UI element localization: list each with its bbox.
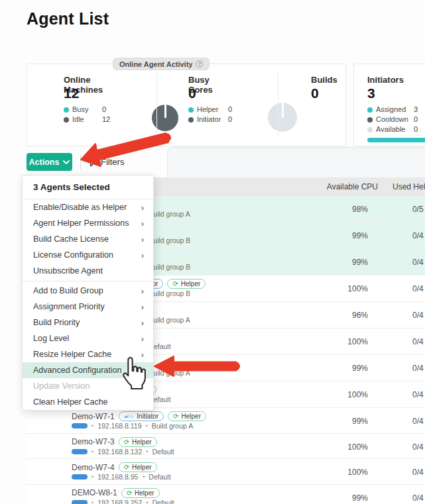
menu-item-build-cache-license[interactable]: Build Cache License› [23,231,153,247]
menu-item-advanced-configuration[interactable]: Advanced Configuration [23,362,153,378]
menu-item-log-level[interactable]: Log Level› [23,330,153,346]
legend-value: 3 [414,105,418,113]
agent-name: DEMO-W8-1 [72,488,117,497]
card-divider [278,72,278,138]
chevron-right-icon: › [141,203,144,213]
chevron-right-icon: › [141,250,144,260]
menu-item-add-to-build-group[interactable]: Add to Build Group› [23,283,153,299]
legend-value: 0 [228,105,232,113]
bullet-separator: • [91,448,93,455]
menu-item-license-configuration[interactable]: License Configuration› [23,247,153,263]
legend-item: Cooldown0 [367,115,425,125]
online-machines-donut-chart [152,105,178,131]
chevron-right-icon: › [141,302,144,312]
busy-cores-value: 0 [188,85,196,101]
legend-value: 0 [414,115,418,123]
legend-item: Assigned3 [367,105,425,115]
available-cpu-value: 100% [318,390,368,399]
used-helpers-value: 0/4 [412,284,425,293]
available-cpu-value: 96% [318,311,368,320]
help-icon[interactable]: ? [196,60,203,68]
helper-badge: ⟳Helper [168,411,206,421]
menu-item-enable-disable-as-helper[interactable]: Enable/Disable as Helper› [23,199,153,215]
helper-badge: ⟳Helper [119,437,157,447]
menu-item-unsubscribe-agent[interactable]: Unsubscribe Agent [23,263,153,279]
builds-value: 0 [311,85,319,101]
menu-item-build-priority[interactable]: Build Priority› [23,315,153,330]
teal-dot-icon [64,107,69,113]
bullet-separator: • [91,423,93,429]
menu-item-agent-helper-permissions[interactable]: Agent Helper Permissions› [23,215,153,231]
bullet-separator: • [91,474,93,480]
chevron-right-icon: › [141,234,144,244]
dark-dot-icon [188,117,194,123]
agent-name-line: Demo-W7-1≓☆Initiator⟳Helper [72,411,206,421]
menu-item-label: Resize Helper Cache [33,350,111,359]
helper-badge: ⟳Helper [167,279,206,289]
available-cpu-value: 99% [318,493,368,503]
agent-build-group: Default [152,448,174,456]
helper-recycle-icon: ⟳ [124,464,129,471]
agent-ip: 192.168.8.119 [97,422,141,430]
table-row-demo-w7-1[interactable]: Demo-W7-1≓☆Initiator⟳Helper•192.168.8.11… [27,408,425,434]
used-helpers-value: 0/4 [412,493,425,503]
column-header-available-cpu[interactable]: Available CPU [318,182,378,191]
available-cpu-value: 100% [318,337,368,346]
menu-item-label: Enable/Disable as Helper [33,203,127,212]
menu-item-label: Add to Build Group [33,286,103,295]
column-header-used-helpers[interactable]: Used Help [393,182,425,191]
online-agent-activity-tab[interactable]: Online Agent Activity ? [113,58,210,70]
available-cpu-value: 100% [318,442,368,452]
helper-recycle-icon: ⟳ [124,438,129,446]
helper-badge: ⟳Helper [119,462,157,472]
chevron-right-icon: › [141,286,144,296]
legend-value: 0 [414,125,418,133]
tab-label: Online Agent Activity [119,60,192,68]
builds-title: Builds [311,75,337,85]
legend-label: Idle [72,115,84,123]
agent-build-group: Build group B [149,236,190,244]
available-cpu-value: 99% [318,364,368,373]
teal-dot-icon [367,107,373,113]
legend-value: 0 [102,105,106,113]
menu-item-label: Log Level [33,334,69,343]
filters-button[interactable]: Filters [87,157,124,167]
available-cpu-value: 100% [318,284,368,293]
menu-item-label: Build Priority [33,318,80,327]
table-row-demo-w8-1[interactable]: DEMO-W8-1⟳Helper•192.168.9.252•Default99… [27,485,425,504]
badge-label: Helper [132,438,151,446]
available-cpu-value: 99% [318,258,368,267]
bullet-separator: • [143,474,145,480]
menu-item-clean-helper-cache[interactable]: Clean Helper Cache [23,394,153,410]
menu-item-assignment-priority[interactable]: Assignment Priority› [23,299,153,315]
menu-item-label: License Configuration [33,250,113,260]
busy-cores-donut-chart [268,103,297,132]
agent-ip: 192.168.9.252 [97,499,142,504]
legend-item: Initiator0 [188,115,251,125]
table-row-demo-w7-3[interactable]: Demo-W7-3⟳Helper•192.168.8.132•Default10… [27,434,425,460]
badge-label: Initiator [137,413,158,420]
bullet-separator: • [146,499,148,504]
chevron-down-icon [63,160,70,164]
menu-item-label: Build Cache License [33,234,109,244]
table-toolbar-strip [167,147,425,177]
legend-label: Initiator [197,115,221,123]
menu-item-resize-helper-cache[interactable]: Resize Helper Cache› [23,346,153,362]
chevron-right-icon: › [141,219,144,228]
initiators-legend: Assigned3Cooldown0Available0 [367,105,425,135]
agent-build-group: Default [149,473,170,481]
bullet-separator: • [146,423,148,429]
helper-recycle-icon: ⟳ [172,280,178,287]
agent-detail-line: •192.168.8.119•Build group A [72,422,193,430]
legend-label: Helper [197,105,218,113]
legend-value: 0 [228,115,232,123]
filter-funnel-icon [87,158,96,167]
actions-dropdown-menu: 3 Agents Selected Enable/Disable as Help… [22,175,154,411]
table-row-demo-w7-4[interactable]: Demo-W7-4⟳Helper•192.168.8.95•Default100… [27,459,425,485]
chevron-right-icon: › [141,350,144,360]
actions-button[interactable]: Actions [27,153,72,171]
filters-label: Filters [101,157,124,167]
agent-build-group: Build group A [149,369,190,377]
legend-value: 12 [102,115,110,123]
page-title: Agent List [27,9,109,28]
